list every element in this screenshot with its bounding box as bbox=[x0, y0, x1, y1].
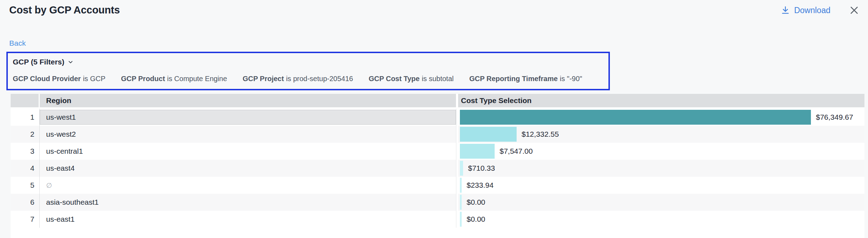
table-row[interactable]: 5 ∅ $233.94 bbox=[11, 177, 864, 194]
filter-item: GCP Cost Typeis subtotal bbox=[369, 75, 454, 83]
row-index: 4 bbox=[11, 160, 40, 177]
row-index: 2 bbox=[11, 126, 40, 143]
table-header: Region Cost Type Selection bbox=[11, 94, 864, 107]
table-row[interactable]: 2 us-west2 $12,332.55 bbox=[11, 126, 864, 143]
row-index: 3 bbox=[11, 143, 40, 160]
cost-bar[interactable] bbox=[460, 110, 811, 125]
column-header-region[interactable]: Region bbox=[40, 94, 456, 107]
filter-name: GCP Cloud Provider bbox=[13, 75, 81, 83]
region-label: ∅ bbox=[40, 177, 456, 194]
filter-item: GCP Cloud Provideris GCP bbox=[13, 75, 105, 83]
region-label: us-west2 bbox=[40, 126, 456, 143]
cost-table: Region Cost Type Selection 1 us-west1 $7… bbox=[11, 94, 864, 238]
cost-value: $0.00 bbox=[467, 198, 485, 206]
region-cell[interactable]: us-west1 bbox=[40, 109, 456, 126]
filter-condition: is "-90" bbox=[560, 75, 582, 83]
top-actions: Download bbox=[781, 5, 859, 16]
region-cell[interactable]: asia-southeast1 bbox=[40, 194, 456, 211]
region-cell[interactable]: us-east1 bbox=[40, 211, 456, 228]
table-row[interactable]: 3 us-central1 $7,547.00 bbox=[11, 143, 864, 160]
filter-condition: is GCP bbox=[83, 75, 105, 83]
row-index: 7 bbox=[11, 211, 40, 228]
filter-condition: is prod-setup-205416 bbox=[286, 75, 353, 83]
region-label: us-east1 bbox=[40, 211, 456, 228]
download-label: Download bbox=[794, 6, 830, 15]
cost-value: $233.94 bbox=[467, 181, 494, 189]
column-header-index bbox=[11, 94, 40, 107]
row-index: 1 bbox=[11, 109, 40, 126]
filter-panel: GCP (5 Filters) GCP Cloud Provideris GCP… bbox=[6, 52, 610, 90]
filter-name: GCP Project bbox=[243, 75, 284, 83]
cost-value: $76,349.67 bbox=[816, 113, 853, 121]
filter-condition: is subtotal bbox=[422, 75, 454, 83]
download-button[interactable]: Download bbox=[781, 6, 830, 15]
cost-bar[interactable] bbox=[460, 178, 462, 193]
filter-list: GCP Cloud Provideris GCPGCP Productis Co… bbox=[13, 75, 603, 83]
cost-bar[interactable] bbox=[460, 212, 462, 227]
cost-bar[interactable] bbox=[460, 127, 517, 142]
back-link[interactable]: Back bbox=[9, 39, 26, 47]
close-icon bbox=[849, 5, 859, 16]
filter-name: GCP Product bbox=[121, 75, 165, 83]
row-index: 6 bbox=[11, 194, 40, 211]
cost-bar[interactable] bbox=[460, 144, 495, 159]
cost-value: $710.33 bbox=[468, 164, 495, 172]
table-row[interactable]: 6 asia-southeast1 $0.00 bbox=[11, 194, 864, 211]
region-label: us-central1 bbox=[40, 143, 456, 160]
download-icon bbox=[781, 6, 790, 15]
cost-cell: $76,349.67 bbox=[458, 109, 864, 126]
cost-cell: $710.33 bbox=[458, 160, 864, 177]
cost-cell: $0.00 bbox=[458, 194, 864, 211]
filter-group-label: GCP (5 Filters) bbox=[13, 58, 64, 66]
region-label: us-east4 bbox=[40, 160, 456, 177]
filter-condition: is Compute Engine bbox=[167, 75, 227, 83]
region-cell[interactable]: us-east4 bbox=[40, 160, 456, 177]
row-index: 5 bbox=[11, 177, 40, 194]
filter-item: GCP Reporting Timeframeis "-90" bbox=[469, 75, 582, 83]
filter-name: GCP Reporting Timeframe bbox=[469, 75, 557, 83]
column-header-cost[interactable]: Cost Type Selection bbox=[458, 94, 864, 107]
cost-value: $7,547.00 bbox=[500, 147, 533, 155]
chevron-down-icon bbox=[67, 59, 74, 65]
cost-cell: $233.94 bbox=[458, 177, 864, 194]
table-row[interactable]: 7 us-east1 $0.00 bbox=[11, 211, 864, 228]
page-title: Cost by GCP Accounts bbox=[9, 4, 120, 16]
filter-name: GCP Cost Type bbox=[369, 75, 420, 83]
filter-group-toggle[interactable]: GCP (5 Filters) bbox=[13, 58, 74, 66]
cost-cell: $12,332.55 bbox=[458, 126, 864, 143]
region-label: us-west1 bbox=[40, 110, 456, 125]
table-body: 1 us-west1 $76,349.67 2 us-west2 $12,332… bbox=[11, 109, 864, 228]
cost-value: $12,332.55 bbox=[522, 130, 559, 138]
cost-cell: $0.00 bbox=[458, 211, 864, 228]
cost-bar[interactable] bbox=[460, 161, 463, 176]
cost-value: $0.00 bbox=[467, 215, 485, 223]
table-row[interactable]: 4 us-east4 $710.33 bbox=[11, 160, 864, 177]
region-cell[interactable]: us-west2 bbox=[40, 126, 456, 143]
filter-item: GCP Productis Compute Engine bbox=[121, 75, 227, 83]
close-button[interactable] bbox=[849, 5, 859, 16]
cost-report-panel: Cost by GCP Accounts Download Back GCP (… bbox=[0, 0, 868, 238]
table-row[interactable]: 1 us-west1 $76,349.67 bbox=[11, 109, 864, 126]
region-label: asia-southeast1 bbox=[40, 194, 456, 211]
region-cell[interactable]: ∅ bbox=[40, 177, 456, 194]
cost-bar[interactable] bbox=[460, 195, 462, 210]
filter-item: GCP Projectis prod-setup-205416 bbox=[243, 75, 353, 83]
cost-cell: $7,547.00 bbox=[458, 143, 864, 160]
region-cell[interactable]: us-central1 bbox=[40, 143, 456, 160]
